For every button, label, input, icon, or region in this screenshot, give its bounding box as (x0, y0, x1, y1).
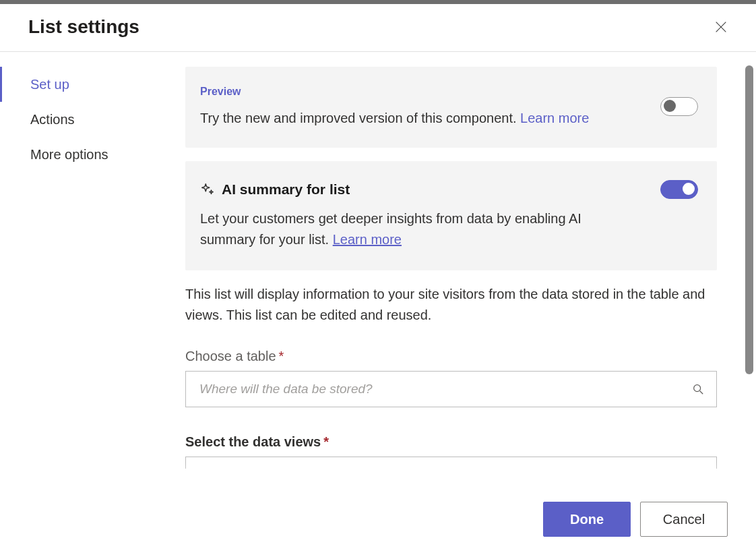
tab-label: Actions (30, 112, 75, 127)
preview-toggle[interactable] (660, 97, 698, 116)
ai-card-description: Let your customers get deeper insights f… (200, 208, 631, 250)
preview-badge: Preview (200, 86, 648, 98)
toggle-knob (664, 100, 676, 112)
choose-table-input[interactable] (198, 381, 692, 397)
tab-label: Set up (30, 77, 69, 92)
tab-actions[interactable]: Actions (0, 102, 172, 137)
vertical-scrollbar[interactable] (745, 65, 753, 374)
choose-table-search[interactable] (185, 371, 717, 407)
sidebar-tabs: Set up Actions More options (0, 52, 172, 557)
ai-summary-toggle[interactable] (660, 180, 698, 199)
close-button[interactable] (712, 18, 730, 36)
search-icon (692, 383, 704, 395)
cancel-button[interactable]: Cancel (640, 502, 728, 537)
main-panel: Preview Try the new and improved version… (172, 52, 756, 557)
sparkle-icon (200, 182, 215, 197)
preview-description: Try the new and improved version of this… (200, 109, 648, 127)
svg-line-3 (700, 391, 703, 394)
ai-card-header: AI summary for list (200, 180, 698, 199)
preview-card: Preview Try the new and improved version… (185, 67, 717, 148)
ai-summary-card: AI summary for list Let your customers g… (185, 161, 717, 270)
list-settings-dialog: List settings Set up Actions More option… (0, 4, 756, 557)
toggle-knob (683, 183, 695, 195)
done-button[interactable]: Done (543, 502, 631, 537)
svg-point-2 (694, 385, 701, 392)
required-asterisk: * (279, 349, 284, 363)
ai-card-title: AI summary for list (200, 181, 350, 198)
preview-text: Preview Try the new and improved version… (200, 86, 648, 127)
list-description-text: This list will display information to yo… (185, 284, 717, 326)
tab-label: More options (30, 147, 108, 162)
tab-set-up[interactable]: Set up (0, 67, 172, 102)
choose-table-label: Choose a table* (185, 349, 717, 364)
dialog-header: List settings (0, 4, 756, 52)
dialog-title: List settings (28, 16, 139, 38)
dialog-body: Set up Actions More options Preview Try … (0, 52, 756, 557)
data-views-box[interactable] (185, 457, 717, 469)
ai-learn-more-link[interactable]: Learn more (333, 232, 402, 247)
tab-more-options[interactable]: More options (0, 137, 172, 172)
required-asterisk: * (323, 434, 329, 449)
dialog-footer: Done Cancel (543, 496, 728, 537)
close-icon (714, 20, 728, 34)
preview-learn-more-link[interactable]: Learn more (520, 111, 589, 125)
data-views-label: Select the data views* (185, 434, 717, 450)
